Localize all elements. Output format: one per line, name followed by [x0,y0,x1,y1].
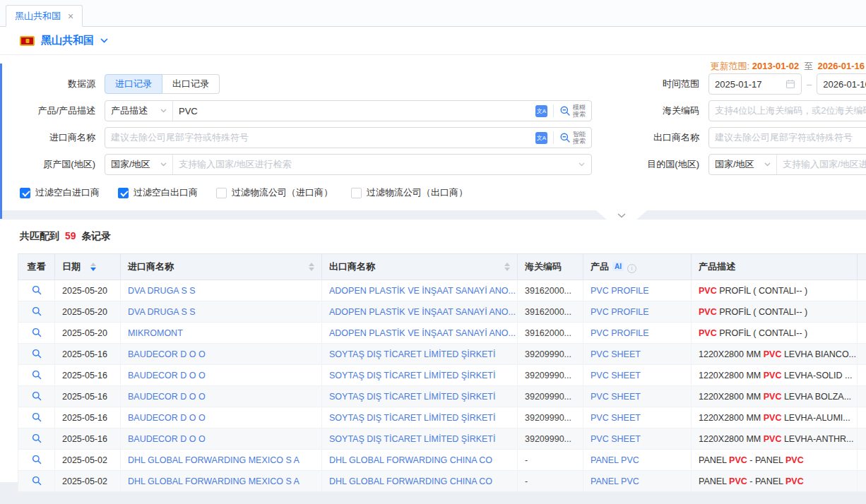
magnifier-icon [32,306,42,316]
row-hs-code: 39162000... [518,280,583,301]
tab-montenegro[interactable]: 黑山共和国 × [6,5,83,27]
exporter-link[interactable]: SOYTAŞ DIŞ TİCARET LİMİTED ŞİRKETİ [329,349,495,359]
product-link[interactable]: PVC SHEET [591,392,641,402]
table-row: 2025-05-20 DVA DRUGA S S ADOPEN PLASTİK … [18,280,866,301]
row-date: 2025-05-16 [55,407,121,428]
smart-search-label: 智能 搜索 [573,131,586,145]
row-hs-code: 39162000... [518,323,583,344]
update-range-to-word: 至 [804,61,813,71]
importer-link[interactable]: BAUDECOR D O O [128,392,206,402]
importer-link[interactable]: MIKROMONT [128,328,183,338]
hs-code-input[interactable]: 支持4位以上海关编码，或2位海关编码加上 [708,100,866,121]
importer-link[interactable]: DHL GLOBAL FORWARDING MEXICO S A [128,476,299,486]
exporter-link[interactable]: SOYTAŞ DIŞ TİCARET LİMİTED ŞİRKETİ [329,392,495,402]
column-header-product: 产品AIi [583,254,692,280]
form-row-importer: 进口商名称 建议去除公司尾部字符或特殊符号 文A 智能 搜索 出口商名称 [0,127,866,148]
importer-link[interactable]: BAUDECOR D O O [128,434,206,444]
view-record-button[interactable] [30,284,43,296]
exporter-name-input[interactable]: 建议去除公司尾部字符或特殊符号 [708,127,866,148]
sort-icon[interactable] [309,263,314,271]
close-icon[interactable]: × [68,11,73,21]
product-search-input[interactable]: PVC [173,106,535,116]
importer-link[interactable]: DVA DRUGA S S [128,307,196,317]
import-records-tab[interactable]: 进口记录 [105,74,162,94]
translate-icon[interactable]: 文A [535,105,547,117]
magnifier-icon [32,391,42,401]
sort-icon[interactable] [90,263,96,271]
exporter-link[interactable]: SOYTAŞ DIŞ TİCARET LİMİTED ŞİRKETİ [329,413,495,423]
product-link[interactable]: PVC SHEET [591,371,641,380]
exporter-link[interactable]: ADOPEN PLASTİK VE İNŞAAT SANAYİ ANO... [329,286,516,296]
column-header-importer[interactable]: 进口商名称 [121,254,322,280]
country-header: 黑山共和国 [0,27,866,55]
product-link[interactable]: PVC SHEET [591,349,641,359]
row-hs-code: 39209990... [518,407,583,428]
filter-blank-exporter-checkbox[interactable]: 过滤空白出口商 [118,186,198,199]
view-record-button[interactable] [30,390,43,402]
table-row: 2025-05-20 DVA DRUGA S S ADOPEN PLASTİK … [18,301,866,323]
importer-link[interactable]: BAUDECOR D O O [128,413,206,423]
destination-country-select[interactable]: 国家/地区 [709,155,777,174]
view-record-button[interactable] [30,305,43,318]
chevron-down-icon [160,109,167,113]
row-date: 2025-05-02 [55,450,121,471]
exporter-link[interactable]: SOYTAŞ DIŞ TİCARET LİMİTED ŞİRKETİ [329,434,495,444]
importer-link[interactable]: DHL GLOBAL FORWARDING MEXICO S A [128,455,299,465]
destination-country-input[interactable]: 支持输入国家/地区进行检索 [777,158,866,171]
filter-logistics-exporter-checkbox[interactable]: 过滤物流公司（出口商） [351,186,468,199]
chevron-down-icon[interactable] [100,38,108,43]
row-date: 2025-05-16 [55,365,121,386]
product-link[interactable]: PVC PROFILE [591,286,649,296]
product-link[interactable]: PANEL PVC [591,476,639,486]
table-row: 2025-05-02 DHL GLOBAL FORWARDING MEXICO … [18,471,866,492]
row-extra [858,386,866,407]
product-link[interactable]: PANEL PVC [591,455,639,465]
importer-link[interactable]: BAUDECOR D O O [128,349,206,359]
info-icon[interactable]: i [627,264,636,273]
update-range-to: 2026-01-16 [818,61,865,71]
date-from-value: 2025-01-17 [715,79,781,90]
column-header-exporter[interactable]: 出口商名称 [322,254,518,280]
row-description: 1220X2800 MM PVC LEVHA-ALUMI... [692,407,858,428]
exporter-link[interactable]: DHL GLOBAL FORWARDING CHINA CO [329,476,492,486]
smart-search-button[interactable]: 智能 搜索 [554,128,591,148]
translate-icon[interactable]: 文A [535,132,547,144]
view-record-button[interactable] [30,453,43,466]
importer-link[interactable]: DVA DRUGA S S [128,286,196,296]
importer-name-input[interactable]: 建议去除公司尾部字符或特殊符号 [105,131,535,144]
origin-country-select[interactable]: 国家/地区 [105,155,173,174]
hs-code-label: 海关编码 [592,104,699,117]
exporter-link[interactable]: DHL GLOBAL FORWARDING CHINA CO [329,455,492,465]
importer-link[interactable]: BAUDECOR D O O [128,371,206,380]
view-record-button[interactable] [30,432,43,445]
view-record-button[interactable] [30,411,43,424]
filter-blank-importer-checkbox[interactable]: 过滤空白进口商 [20,186,100,199]
product-type-select[interactable]: 产品描述 [105,101,173,121]
filter-logistics-importer-checkbox[interactable]: 过滤物流公司（进口商） [216,186,333,199]
exporter-link[interactable]: ADOPEN PLASTİK VE İNŞAAT SANAYİ ANO... [329,328,516,338]
results-panel: 共匹配到 59 条记录 查看 日期 进口商名称 [0,220,866,482]
row-date: 2025-05-16 [55,428,121,450]
row-description: PVC PROFİL ( CONTALI-- ) [692,323,858,344]
product-link[interactable]: PVC SHEET [591,413,641,423]
sort-icon[interactable] [504,263,510,271]
export-records-tab[interactable]: 出口记录 [162,74,220,94]
product-link[interactable]: PVC PROFILE [591,307,649,317]
fuzzy-search-button[interactable]: 模糊 搜索 [554,101,591,121]
view-record-button[interactable] [30,326,43,339]
product-link[interactable]: PVC PROFILE [591,328,649,338]
product-link[interactable]: PVC SHEET [591,434,641,444]
row-description: 1220X2800 MM PVC LEVHA-SOLID ... [692,365,858,386]
view-record-button[interactable] [30,474,43,487]
chevron-down-icon [764,162,771,167]
exporter-link[interactable]: ADOPEN PLASTİK VE İNŞAAT SANAYİ ANO... [329,307,516,317]
exporter-link[interactable]: SOYTAŞ DIŞ TİCARET LİMİTED ŞİRKETİ [329,371,495,380]
column-header-date[interactable]: 日期 [55,254,121,280]
date-from-input[interactable]: 2025-01-17 [708,73,802,95]
view-record-button[interactable] [30,368,43,381]
row-description: 1220X2800 MM PVC LEVHA-ANTHR... [692,428,858,450]
destination-country-control: 国家/地区 支持输入国家/地区进行检索 [708,154,866,175]
view-record-button[interactable] [30,347,43,360]
origin-country-input[interactable]: 支持输入国家/地区进行检索 [173,158,579,171]
date-to-input[interactable]: 2026-01-16 [817,73,866,95]
